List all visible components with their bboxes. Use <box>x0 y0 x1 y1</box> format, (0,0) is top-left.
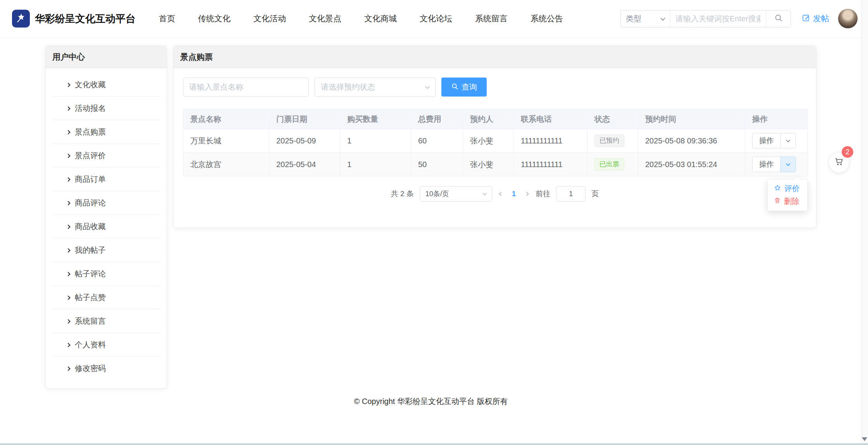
action-caret-button[interactable] <box>780 133 796 148</box>
next-page-button[interactable] <box>524 192 530 195</box>
sidebar-item-culture-favorites[interactable]: 文化收藏 <box>46 73 167 97</box>
page-unit-label: 页 <box>591 189 599 199</box>
sidebar-title: 用户中心 <box>46 46 167 68</box>
scroll-down-arrow-icon[interactable] <box>862 437 867 441</box>
cell-booking-time: 2025-05-03 01:55:24 <box>638 153 745 176</box>
col-ticket-date: 门票日期 <box>269 109 340 129</box>
nav-item-system-messages[interactable]: 系统留言 <box>475 13 508 24</box>
col-actions: 操作 <box>745 109 808 129</box>
search-submit-button[interactable] <box>766 10 790 27</box>
sidebar-item-label: 活动报名 <box>75 103 106 114</box>
sidebar-item-post-likes[interactable]: 帖子点赞 <box>46 286 167 309</box>
nav-item-system-announcements[interactable]: 系统公告 <box>530 13 563 24</box>
search-type-select[interactable]: 类型 <box>621 10 670 27</box>
sidebar-item-attraction-reviews[interactable]: 景点评价 <box>46 144 167 167</box>
chevron-left-icon <box>499 192 503 196</box>
cell-attraction-name: 北京故宫 <box>183 153 269 176</box>
cell-attraction-name: 万里长城 <box>183 129 269 153</box>
cell-quantity: 1 <box>340 129 411 153</box>
chevron-down-icon <box>482 191 487 195</box>
chevron-down-icon <box>786 138 790 142</box>
nav-item-culture-forum[interactable]: 文化论坛 <box>420 13 452 24</box>
chevron-right-icon <box>66 224 70 229</box>
goto-page-input[interactable] <box>556 186 586 202</box>
ticket-purchase-panel: 景点购票 请选择预约状态 查询 <box>173 46 816 228</box>
sidebar-item-product-orders[interactable]: 商品订单 <box>46 167 167 191</box>
search-icon <box>774 14 783 24</box>
cell-ticket-date: 2025-05-09 <box>269 129 340 153</box>
sidebar-item-product-favorites[interactable]: 商品收藏 <box>46 215 167 238</box>
goto-label: 前往 <box>536 189 550 199</box>
keyword-search-input[interactable] <box>670 10 766 27</box>
sidebar-item-profile[interactable]: 个人资料 <box>46 333 167 357</box>
page: 华彩纷呈文化互动平台 首页 传统文化 文化活动 文化景点 文化商城 文化论坛 系… <box>0 0 868 447</box>
col-total-cost: 总费用 <box>411 109 463 129</box>
new-post-button[interactable]: 发帖 <box>802 13 829 24</box>
cell-phone: 11111111111 <box>514 153 587 176</box>
brand-title: 华彩纷呈文化互动平台 <box>35 12 136 26</box>
chevron-down-icon <box>425 84 430 89</box>
col-quantity: 购买数量 <box>340 109 411 129</box>
page-size-select[interactable]: 10条/页 <box>420 186 492 202</box>
booking-status-select[interactable]: 请选择预约状态 <box>315 78 436 97</box>
query-button[interactable]: 查询 <box>441 78 487 97</box>
chevron-right-icon <box>66 83 70 87</box>
brand-logo[interactable] <box>12 10 30 28</box>
main-nav: 首页 传统文化 文化活动 文化景点 文化商城 文化论坛 系统留言 系统公告 <box>159 13 563 24</box>
page-number-1[interactable]: 1 <box>510 190 518 198</box>
sidebar-item-label: 景点评价 <box>75 150 106 161</box>
sidebar-item-my-posts[interactable]: 我的帖子 <box>46 238 167 262</box>
table-row: 北京故宫 2025-05-04 1 50 张小斐 11111111111 已出票… <box>183 153 808 176</box>
chevron-right-icon <box>66 154 70 158</box>
nav-item-home[interactable]: 首页 <box>159 13 175 24</box>
sidebar-item-change-password[interactable]: 修改密码 <box>46 357 167 380</box>
row-action-menu: 评价 删除 <box>767 179 808 211</box>
table-row: 万里长城 2025-05-09 1 60 张小斐 11111111111 已预约… <box>183 129 808 153</box>
trash-icon <box>774 197 781 206</box>
status-badge: 已出票 <box>594 158 624 171</box>
header-search-group: 类型 <box>620 10 791 28</box>
vertical-scrollbar[interactable] <box>861 0 868 444</box>
sidebar-item-label: 景点购票 <box>75 127 106 137</box>
chevron-right-icon <box>66 343 70 347</box>
star-wand-icon <box>16 12 26 25</box>
sidebar-item-label: 商品评论 <box>75 198 106 208</box>
nav-item-culture-attractions[interactable]: 文化景点 <box>309 13 341 24</box>
sidebar-item-post-comments[interactable]: 帖子评论 <box>46 262 167 286</box>
total-count-label: 共 2 条 <box>391 189 414 199</box>
nav-item-traditional-culture[interactable]: 传统文化 <box>198 13 231 24</box>
cart-count-badge: 2 <box>842 146 853 158</box>
query-button-label: 查询 <box>462 82 477 92</box>
menu-item-delete[interactable]: 删除 <box>768 195 807 208</box>
prev-page-button[interactable] <box>498 192 504 195</box>
copyright-text: © Copyright 华彩纷呈文化互动平台 版权所有 <box>0 396 862 407</box>
menu-item-review[interactable]: 评价 <box>768 182 807 195</box>
chevron-right-icon <box>66 295 70 300</box>
attraction-name-input[interactable] <box>183 78 309 97</box>
search-type-value: 类型 <box>626 14 641 24</box>
table-header-row: 景点名称 门票日期 购买数量 总费用 预约人 联系电话 状态 预约时间 操作 <box>183 109 808 129</box>
page-title: 景点购票 <box>174 46 816 68</box>
action-button[interactable]: 操作 <box>752 157 781 172</box>
sidebar-item-system-messages[interactable]: 系统留言 <box>46 309 167 333</box>
action-button[interactable]: 操作 <box>752 133 781 148</box>
sidebar-item-activity-signup[interactable]: 活动报名 <box>46 97 167 120</box>
sidebar-item-label: 个人资料 <box>75 340 106 350</box>
filter-bar: 请选择预约状态 查询 <box>183 78 807 97</box>
sidebar-item-label: 帖子评论 <box>75 269 106 279</box>
user-avatar[interactable] <box>838 9 858 29</box>
nav-item-culture-activities[interactable]: 文化活动 <box>253 13 286 24</box>
nav-item-culture-mall[interactable]: 文化商城 <box>364 13 397 24</box>
new-post-label: 发帖 <box>813 13 829 24</box>
chevron-right-icon <box>525 192 529 196</box>
menu-item-label: 评价 <box>784 183 800 194</box>
sidebar-item-attraction-tickets[interactable]: 景点购票 <box>46 120 167 144</box>
sidebar-item-product-comments[interactable]: 商品评论 <box>46 191 167 215</box>
cell-quantity: 1 <box>340 153 411 176</box>
chevron-right-icon <box>66 272 70 276</box>
col-status: 状态 <box>587 109 638 129</box>
chevron-right-icon <box>66 366 70 371</box>
cell-total-cost: 60 <box>411 129 463 153</box>
action-caret-button[interactable] <box>780 157 796 172</box>
status-badge: 已预约 <box>594 135 624 147</box>
